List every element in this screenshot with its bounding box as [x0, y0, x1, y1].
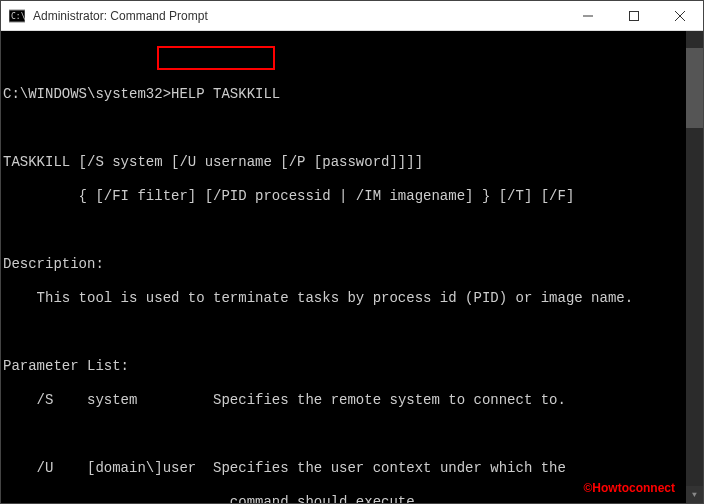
param-row: /S system Specifies the remote system to… — [3, 392, 684, 409]
vertical-scrollbar[interactable]: ▲ ▼ — [686, 31, 703, 503]
scroll-thumb[interactable] — [686, 48, 703, 128]
console-output: C:\WINDOWS\system32>HELP TASKKILL TASKKI… — [1, 31, 686, 503]
paramlist-heading: Parameter List: — [3, 358, 684, 375]
minimize-button[interactable] — [565, 1, 611, 30]
prompt-path: C:\WINDOWS\system32> — [3, 86, 171, 102]
window-controls — [565, 1, 703, 30]
close-button[interactable] — [657, 1, 703, 30]
description-body: This tool is used to terminate tasks by … — [3, 290, 684, 307]
param-row: /U [domain\]user Specifies the user cont… — [3, 460, 684, 477]
param-row-cont: command should execute. — [3, 494, 684, 503]
window-title: Administrator: Command Prompt — [33, 9, 565, 23]
usage-line-1: TASKKILL [/S system [/U username [/P [pa… — [3, 154, 684, 171]
svg-rect-3 — [630, 11, 639, 20]
watermark-text: ©Howtoconnect — [583, 480, 675, 497]
scroll-down-button[interactable]: ▼ — [686, 486, 703, 503]
description-heading: Description: — [3, 256, 684, 273]
usage-line-2: { [/FI filter] [/PID processid | /IM ima… — [3, 188, 684, 205]
svg-text:C:\: C:\ — [11, 12, 25, 21]
cmd-icon: C:\ — [9, 8, 25, 24]
console-area[interactable]: C:\WINDOWS\system32>HELP TASKKILL TASKKI… — [1, 31, 703, 503]
typed-command: HELP TASKKILL — [171, 86, 280, 102]
maximize-button[interactable] — [611, 1, 657, 30]
titlebar: C:\ Administrator: Command Prompt — [1, 1, 703, 31]
